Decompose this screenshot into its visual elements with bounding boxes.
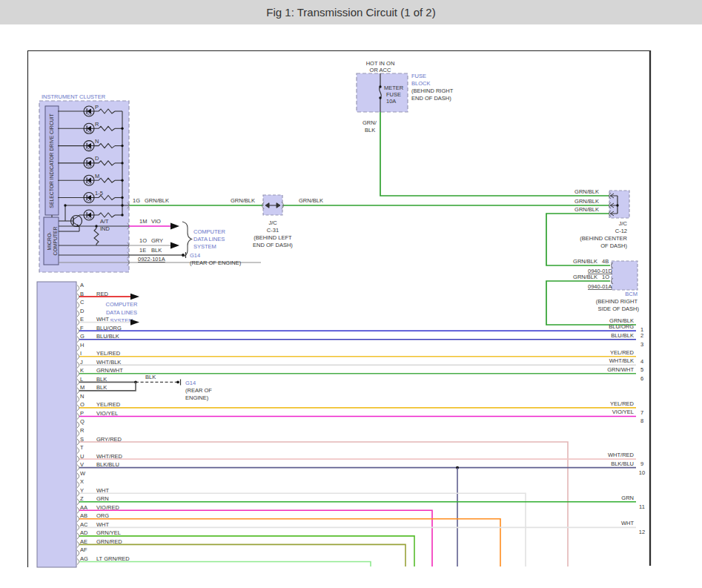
pin-letter: F: [80, 325, 84, 331]
pin-letter: S: [80, 436, 84, 443]
wire-color-label: WHT/BLK: [96, 359, 121, 366]
continuation-wire-label: WHT: [621, 520, 634, 526]
out-1m-pin: 1M: [139, 218, 147, 225]
led-label: M: [95, 173, 99, 179]
pin-letter: O: [80, 401, 85, 408]
pin-bracket-icon: [77, 345, 79, 351]
cdl-2: DATA LINES: [106, 309, 137, 316]
pin-bracket-icon: [77, 396, 79, 402]
fuse-block-loc-2: END OF DASH): [411, 95, 451, 102]
led-label: 1-5: [95, 190, 103, 196]
brace-icon: [182, 222, 192, 257]
pin-bracket-icon: [77, 558, 79, 564]
continuation-number: 4: [640, 358, 643, 365]
wire: [79, 519, 500, 566]
pin-bracket-icon: [77, 524, 79, 530]
pin-bracket-icon: [77, 354, 79, 360]
continuation-number: 5: [640, 366, 643, 373]
pin-letter: Y: [80, 487, 84, 494]
bcm-name: BCM: [625, 291, 638, 297]
pin-bracket-icon: [77, 405, 79, 411]
left-connector: [37, 282, 76, 567]
pin-bracket-icon: [77, 507, 79, 513]
cluster-cdl-2: DATA LINES: [193, 236, 225, 242]
pin-letter: AF: [80, 546, 87, 553]
continuation-wire-label: YEL/RED: [610, 349, 635, 356]
pin-letter: R: [80, 427, 85, 434]
out-1o-color: GRY: [151, 237, 163, 244]
cluster-connector-link[interactable]: 0922-101A: [138, 256, 165, 262]
wire-color-label: GRY/RED: [96, 436, 122, 443]
instrument-cluster-label: INSTRUMENT CLUSTER: [42, 93, 106, 100]
continuation-wire-label: GRN: [621, 495, 634, 501]
led-label: D: [95, 155, 99, 162]
pin-letter: AD: [80, 529, 88, 536]
pin-bracket-icon: [77, 337, 79, 343]
pin-bracket-icon: [77, 413, 79, 419]
pin-letter: G: [80, 333, 85, 340]
arrow-icon: [130, 319, 139, 325]
pin-letter: AE: [80, 538, 87, 545]
pin-bracket-icon: [77, 311, 79, 317]
continuation-number: 2: [640, 332, 643, 339]
wire: [79, 493, 526, 566]
bcm-loc-2: SIDE OF DASH): [598, 305, 640, 312]
continuation-wire-label: BLU/BLK: [611, 332, 634, 339]
jc31-name-1: J/C: [268, 219, 277, 226]
pin-letter: B: [80, 291, 84, 297]
pin-bracket-icon: [77, 550, 79, 556]
pin-bracket-icon: [77, 541, 79, 547]
continuation-wire-label: VIO/YEL: [612, 409, 634, 415]
ground-g14-2: BLK G14 (REAR OF ENGINE): [145, 374, 212, 401]
ground2-loc-2: ENGINE): [185, 394, 209, 401]
jc12-loc-2: OF DASH): [600, 242, 627, 249]
continuation-wire-label: BLU/ORG: [609, 323, 634, 330]
pin-letter: L: [80, 376, 83, 383]
jc12-name-1: J/C: [619, 220, 628, 227]
fuse-name-1: METER: [384, 85, 404, 91]
wire-color-label: BLK: [96, 376, 107, 383]
pin-letter: C: [80, 299, 85, 305]
wire-color-label: YEL/RED: [96, 350, 121, 357]
wire-color-label: WHT: [96, 521, 109, 528]
pin-letter: AC: [80, 521, 88, 528]
fuse-wire-color-1: GRN/: [362, 119, 377, 126]
bcm-link-2[interactable]: 0940-01A: [588, 283, 612, 290]
ground2-wire: BLK: [145, 374, 156, 380]
pin-letter: I: [80, 350, 82, 357]
cluster-cdl-1: COMPUTER: [193, 228, 226, 235]
continuation-number: 10: [639, 469, 645, 476]
jc31-loc-1: (BEHIND LEFT: [254, 234, 292, 241]
ground1-location: (REAR OF ENGINE): [190, 260, 242, 266]
pin-bracket-icon: [77, 328, 79, 334]
pin-letter: E: [80, 316, 84, 323]
out-1g-color: GRN/BLK: [145, 197, 169, 204]
jc31-left-wire: GRN/BLK: [231, 197, 255, 204]
pin-letter: K: [80, 367, 84, 374]
continuation-number: 9: [640, 460, 643, 467]
arrow-1m-icon: [170, 223, 179, 230]
pin-bracket-icon: [77, 456, 79, 462]
pin-bracket-icon: [77, 303, 79, 308]
continuation-wire-label: WHT/RED: [608, 452, 635, 458]
ground1-name: G14: [190, 252, 200, 259]
fuse-name-3: 10A: [386, 98, 396, 105]
jc12-wire-1: GRN/BLK: [574, 188, 599, 195]
at-ind-label-1: A/T: [100, 218, 109, 225]
pin-bracket-icon: [77, 422, 79, 428]
continuation-number: 3: [640, 341, 643, 348]
jc12-wire-2: GRN/BLK: [574, 198, 599, 205]
wire-color-label: BLU/ORG: [96, 325, 122, 331]
wire-color-label: GRN/WHT: [96, 367, 123, 374]
cdl-3: SYSTEM: [110, 317, 133, 324]
continuation-number: 11: [639, 503, 645, 510]
jc12-loc-1: (BEHIND CENTER: [580, 235, 627, 242]
wire-color-label: WHT: [96, 316, 109, 323]
continuation-wire-label: GRN/WHT: [607, 366, 634, 373]
fuse-block-label-1: FUSE: [411, 73, 426, 79]
jc12-wire-3: GRN/BLK: [574, 206, 599, 213]
wire: [79, 561, 371, 566]
led-label: R: [95, 121, 99, 128]
pin-letter: AG: [80, 555, 88, 562]
wire-color-label: BLK: [96, 384, 107, 391]
